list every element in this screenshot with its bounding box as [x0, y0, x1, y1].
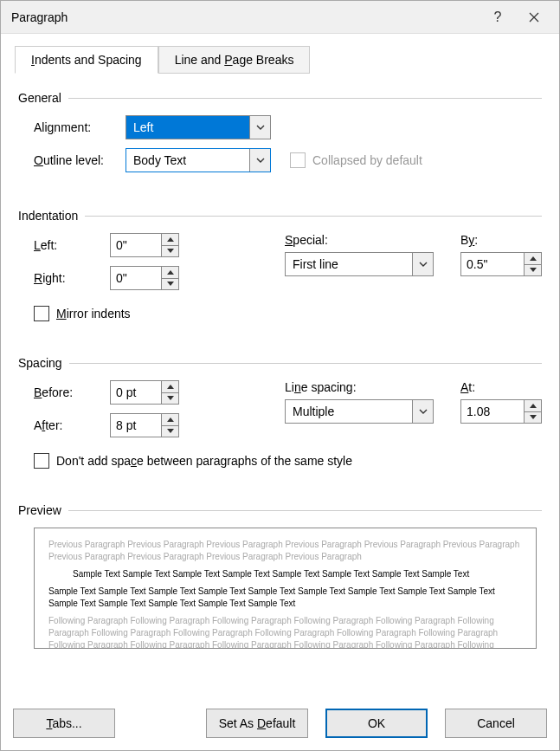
spin-up[interactable]: [525, 253, 541, 265]
dontadd-checkbox[interactable]: [34, 453, 49, 469]
collapsed-checkbox: [290, 152, 306, 168]
ok-button[interactable]: OK: [325, 709, 428, 738]
tab-line-page-breaks[interactable]: Line and Page Breaks: [158, 46, 311, 74]
help-button[interactable]: ?: [480, 3, 516, 31]
tab-indents-spacing[interactable]: Indents and Spacing: [15, 46, 158, 74]
after-spinner[interactable]: 8 pt: [110, 413, 179, 437]
outline-combo[interactable]: Body Text: [126, 148, 271, 172]
by-label: By:: [460, 233, 542, 247]
preview-sample2: Sample Text Sample Text Sample Text Samp…: [48, 586, 522, 610]
indent-right-label: Right:: [34, 271, 110, 285]
before-spinner[interactable]: 0 pt: [110, 380, 179, 405]
group-spacing: Spacing: [18, 356, 542, 370]
set-default-button[interactable]: Set As Default: [206, 709, 308, 738]
by-spinner[interactable]: 0.5": [460, 252, 542, 276]
spin-up[interactable]: [162, 381, 178, 393]
collapsed-label: Collapsed by default: [312, 153, 422, 167]
paragraph-dialog: Paragraph ? Indents and Spacing Line and…: [0, 0, 560, 751]
mirror-checkbox[interactable]: [34, 306, 49, 321]
preview-sample1: Sample Text Sample Text Sample Text Samp…: [73, 568, 522, 580]
spin-down[interactable]: [162, 393, 178, 405]
chevron-down-icon[interactable]: [249, 116, 270, 139]
group-indentation: Indentation: [18, 209, 542, 223]
dialog-footer: Tabs... Set As Default OK Cancel: [1, 698, 559, 750]
spin-down[interactable]: [525, 265, 541, 276]
at-spinner[interactable]: 1.08: [460, 399, 542, 424]
line-spacing-combo[interactable]: Multiple: [285, 399, 434, 424]
tabs-button[interactable]: Tabs...: [13, 709, 115, 738]
before-label: Before:: [34, 385, 110, 399]
mirror-label: Mirror indents: [56, 307, 131, 320]
dialog-body: General Alignment: Left Outline level: B…: [1, 74, 559, 698]
indent-right-spinner[interactable]: 0": [110, 266, 179, 290]
line-spacing-label: Line spacing:: [285, 380, 445, 394]
tab-strip: Indents and Spacing Line and Page Breaks: [1, 34, 559, 74]
spin-up[interactable]: [162, 267, 178, 279]
alignment-combo[interactable]: Left: [126, 115, 271, 139]
spin-up[interactable]: [162, 234, 178, 246]
after-label: After:: [34, 418, 110, 432]
dialog-title: Paragraph: [11, 10, 480, 24]
cancel-button[interactable]: Cancel: [445, 709, 547, 738]
chevron-down-icon[interactable]: [412, 253, 433, 275]
group-preview: Preview: [18, 503, 542, 517]
spin-up[interactable]: [162, 414, 178, 426]
group-general: General: [18, 91, 542, 105]
at-label: At:: [460, 380, 542, 394]
indent-left-label: Left:: [34, 238, 110, 252]
spin-down[interactable]: [162, 279, 178, 290]
preview-box: Previous Paragraph Previous Paragraph Pr…: [34, 528, 537, 649]
spin-up[interactable]: [525, 400, 541, 412]
spin-down[interactable]: [162, 426, 178, 437]
preview-follow: Following Paragraph Following Paragraph …: [48, 615, 522, 649]
dontadd-label: Don't add space between paragraphs of th…: [56, 454, 352, 468]
chevron-down-icon[interactable]: [249, 149, 270, 172]
preview-prev: Previous Paragraph Previous Paragraph Pr…: [48, 539, 522, 563]
chevron-down-icon[interactable]: [412, 400, 433, 423]
titlebar: Paragraph ?: [1, 1, 559, 34]
close-button[interactable]: [516, 3, 552, 31]
outline-label: Outline level:: [34, 153, 126, 167]
close-icon: [529, 12, 539, 23]
alignment-label: Alignment:: [34, 120, 126, 134]
special-combo[interactable]: First line: [285, 252, 434, 276]
special-label: Special:: [285, 233, 445, 247]
spin-down[interactable]: [162, 246, 178, 257]
spin-down[interactable]: [525, 412, 541, 424]
indent-left-spinner[interactable]: 0": [110, 233, 179, 257]
